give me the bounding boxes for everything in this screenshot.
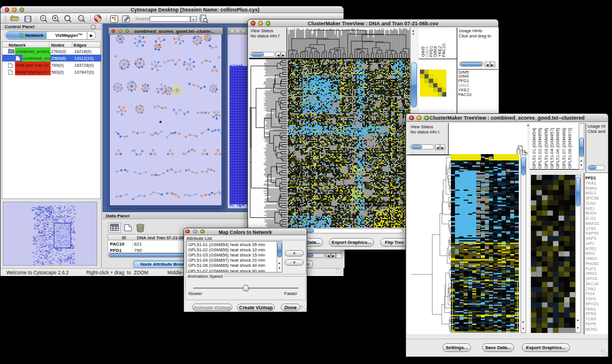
svg-text:Search:: Search: (135, 16, 151, 21)
svg-text:1:1: 1:1 (79, 17, 83, 20)
